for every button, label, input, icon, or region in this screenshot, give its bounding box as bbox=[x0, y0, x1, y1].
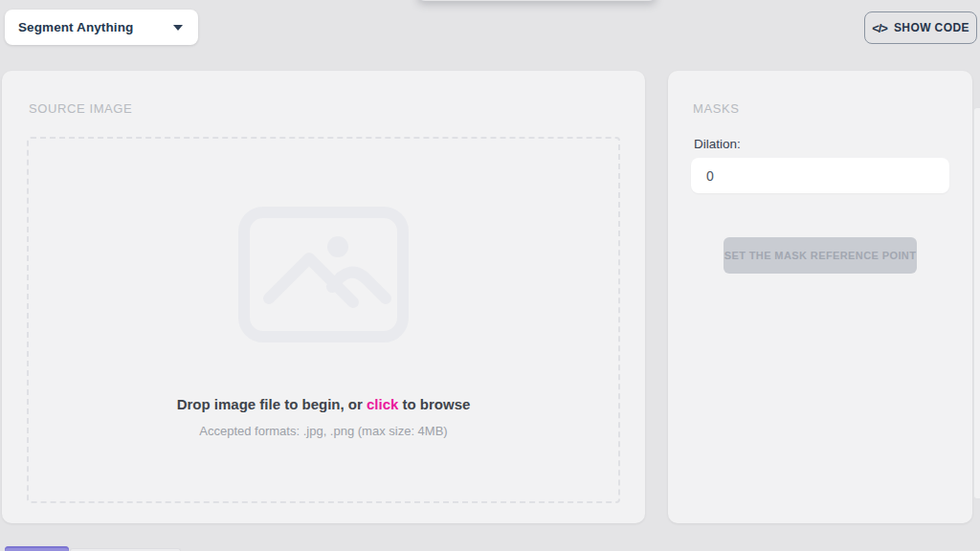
chevron-down-icon bbox=[173, 25, 183, 31]
dropzone-primary-text: Drop image file to begin, or click to br… bbox=[177, 396, 471, 412]
masks-title: MASKS bbox=[693, 101, 949, 116]
model-selector-value: Segment Anything bbox=[18, 20, 133, 34]
image-dropzone[interactable]: Drop image file to begin, or click to br… bbox=[27, 137, 620, 503]
app-root: Segment Anything </> SHOW CODE SOURCE IM… bbox=[0, 0, 980, 551]
bottom-peek-button-purple[interactable] bbox=[5, 546, 69, 551]
dilation-input[interactable] bbox=[691, 158, 949, 193]
model-selector-dropdown[interactable]: Segment Anything bbox=[5, 10, 198, 45]
scrollbar-thumb[interactable] bbox=[973, 107, 980, 499]
set-mask-reference-point-button[interactable]: SET THE MASK REFERENCE POINT bbox=[724, 237, 917, 274]
source-image-title: SOURCE IMAGE bbox=[29, 101, 620, 116]
show-code-label: SHOW CODE bbox=[894, 21, 969, 34]
masks-panel: MASKS Dilation: SET THE MASK REFERENCE P… bbox=[668, 71, 972, 523]
dilation-label: Dilation: bbox=[694, 137, 949, 151]
dropzone-secondary-text: Accepted formats: .jpg, .png (max size: … bbox=[199, 424, 447, 438]
image-placeholder-icon bbox=[233, 203, 414, 346]
code-icon: </> bbox=[872, 21, 887, 35]
dropzone-text-suffix: to browse bbox=[398, 396, 470, 412]
dropzone-text-prefix: Drop image file to begin, or bbox=[177, 396, 367, 412]
offscreen-toast-shadow bbox=[417, 0, 657, 1]
source-image-panel: SOURCE IMAGE Drop image file to begin, o… bbox=[2, 71, 645, 523]
click-to-browse-link[interactable]: click bbox=[367, 396, 398, 412]
show-code-button[interactable]: </> SHOW CODE bbox=[864, 11, 977, 44]
